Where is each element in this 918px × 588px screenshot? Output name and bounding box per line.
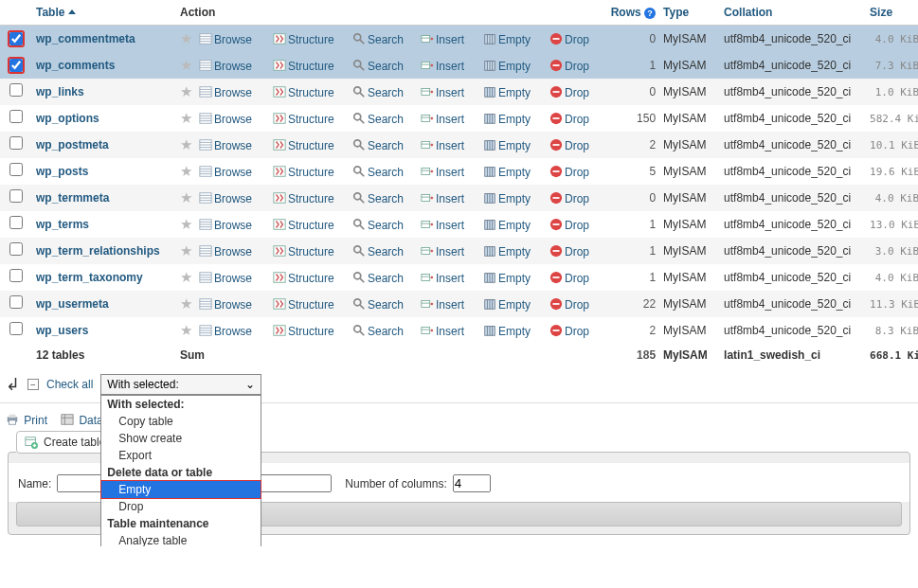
insert-action[interactable]: Insert xyxy=(421,325,464,338)
browse-action[interactable]: Browse xyxy=(199,113,252,126)
browse-action[interactable]: Browse xyxy=(199,219,252,232)
drop-action[interactable]: Drop xyxy=(549,139,589,152)
empty-action[interactable]: Empty xyxy=(483,60,531,73)
insert-action[interactable]: Insert xyxy=(421,298,464,312)
insert-action[interactable]: Insert xyxy=(421,113,464,126)
insert-action[interactable]: Insert xyxy=(421,192,464,205)
num-columns-input[interactable] xyxy=(453,474,491,492)
insert-action[interactable]: Insert xyxy=(421,139,464,152)
search-action[interactable]: Search xyxy=(352,166,404,179)
empty-action[interactable]: Empty xyxy=(483,245,531,258)
drop-action[interactable]: Drop xyxy=(549,166,589,179)
browse-action[interactable]: Browse xyxy=(199,325,252,338)
table-name-link[interactable]: wp_termmeta xyxy=(36,191,109,205)
row-checkbox[interactable] xyxy=(9,136,23,150)
drop-action[interactable]: Drop xyxy=(549,192,589,205)
browse-action[interactable]: Browse xyxy=(199,33,252,46)
dropdown-item[interactable]: Export xyxy=(101,447,261,464)
table-name-link[interactable]: wp_comments xyxy=(36,59,115,72)
empty-action[interactable]: Empty xyxy=(483,33,531,46)
with-selected-select[interactable]: With selected:⌄ With selected:Copy table… xyxy=(100,374,261,395)
favorite-icon[interactable]: ★ xyxy=(180,163,195,180)
dropdown-item[interactable]: Empty xyxy=(101,481,261,498)
row-checkbox[interactable] xyxy=(9,110,23,123)
empty-action[interactable]: Empty xyxy=(483,139,531,152)
row-checkbox[interactable] xyxy=(9,59,23,72)
structure-action[interactable]: Structure xyxy=(273,219,334,232)
favorite-icon[interactable]: ★ xyxy=(180,216,195,233)
empty-action[interactable]: Empty xyxy=(483,272,531,285)
drop-action[interactable]: Drop xyxy=(549,245,589,258)
structure-action[interactable]: Structure xyxy=(273,298,334,312)
structure-action[interactable]: Structure xyxy=(273,139,334,152)
browse-action[interactable]: Browse xyxy=(199,139,252,152)
col-collation[interactable]: Collation xyxy=(720,0,866,26)
browse-action[interactable]: Browse xyxy=(199,60,252,73)
table-name-link[interactable]: wp_posts xyxy=(36,165,88,178)
dropdown-item[interactable]: Copy table xyxy=(101,413,261,430)
search-action[interactable]: Search xyxy=(352,192,404,205)
drop-action[interactable]: Drop xyxy=(549,272,589,285)
empty-action[interactable]: Empty xyxy=(483,192,531,205)
drop-action[interactable]: Drop xyxy=(549,60,589,73)
dropdown-item[interactable]: Drop xyxy=(101,498,261,515)
col-size[interactable]: Size xyxy=(866,0,918,26)
row-checkbox[interactable] xyxy=(9,189,23,203)
dropdown-item[interactable]: Analyze table xyxy=(101,532,261,546)
table-name-link[interactable]: wp_term_relationships xyxy=(36,244,160,258)
search-action[interactable]: Search xyxy=(352,219,404,232)
favorite-icon[interactable]: ★ xyxy=(180,110,195,127)
table-name-link[interactable]: wp_term_taxonomy xyxy=(36,271,143,284)
search-action[interactable]: Search xyxy=(352,60,404,73)
table-name-link[interactable]: wp_options xyxy=(36,112,99,125)
empty-action[interactable]: Empty xyxy=(483,325,531,338)
favorite-icon[interactable]: ★ xyxy=(180,295,195,312)
browse-action[interactable]: Browse xyxy=(199,298,252,312)
search-action[interactable]: Search xyxy=(352,139,404,152)
search-action[interactable]: Search xyxy=(352,33,404,46)
row-checkbox[interactable] xyxy=(9,242,23,256)
browse-action[interactable]: Browse xyxy=(199,166,252,179)
browse-action[interactable]: Browse xyxy=(199,272,252,285)
table-name-link[interactable]: wp_postmeta xyxy=(36,138,109,151)
favorite-icon[interactable]: ★ xyxy=(180,57,195,74)
select-button[interactable]: With selected:⌄ xyxy=(100,374,261,395)
structure-action[interactable]: Structure xyxy=(273,113,334,126)
table-name-link[interactable]: wp_users xyxy=(36,324,88,337)
table-name-link[interactable]: wp_terms xyxy=(36,218,89,231)
structure-action[interactable]: Structure xyxy=(273,60,334,73)
insert-action[interactable]: Insert xyxy=(421,219,464,232)
browse-action[interactable]: Browse xyxy=(199,192,252,205)
favorite-icon[interactable]: ★ xyxy=(180,269,195,286)
table-name-link[interactable]: wp_links xyxy=(36,85,84,98)
dropdown-item[interactable]: Show create xyxy=(101,430,261,447)
col-rows[interactable]: Rows ? xyxy=(603,0,659,26)
favorite-icon[interactable]: ★ xyxy=(180,322,195,339)
empty-action[interactable]: Empty xyxy=(483,166,531,179)
drop-action[interactable]: Drop xyxy=(549,86,589,99)
structure-action[interactable]: Structure xyxy=(273,33,334,46)
drop-action[interactable]: Drop xyxy=(549,298,589,312)
empty-action[interactable]: Empty xyxy=(483,298,531,312)
structure-action[interactable]: Structure xyxy=(273,166,334,179)
favorite-icon[interactable]: ★ xyxy=(180,242,195,259)
insert-action[interactable]: Insert xyxy=(421,272,464,285)
drop-action[interactable]: Drop xyxy=(549,113,589,126)
table-name-link[interactable]: wp_commentmeta xyxy=(36,32,135,45)
row-checkbox[interactable] xyxy=(9,269,23,282)
favorite-icon[interactable]: ★ xyxy=(180,83,195,100)
structure-action[interactable]: Structure xyxy=(273,245,334,258)
check-all-link[interactable]: Check all xyxy=(46,378,93,391)
search-action[interactable]: Search xyxy=(352,113,404,126)
search-action[interactable]: Search xyxy=(352,245,404,258)
drop-action[interactable]: Drop xyxy=(549,219,589,232)
search-action[interactable]: Search xyxy=(352,272,404,285)
empty-action[interactable]: Empty xyxy=(483,113,531,126)
insert-action[interactable]: Insert xyxy=(421,166,464,179)
insert-action[interactable]: Insert xyxy=(421,33,464,46)
insert-action[interactable]: Insert xyxy=(421,245,464,258)
favorite-icon[interactable]: ★ xyxy=(180,136,195,153)
col-table[interactable]: Table xyxy=(32,0,176,26)
search-action[interactable]: Search xyxy=(352,298,404,312)
row-checkbox[interactable] xyxy=(9,163,23,176)
